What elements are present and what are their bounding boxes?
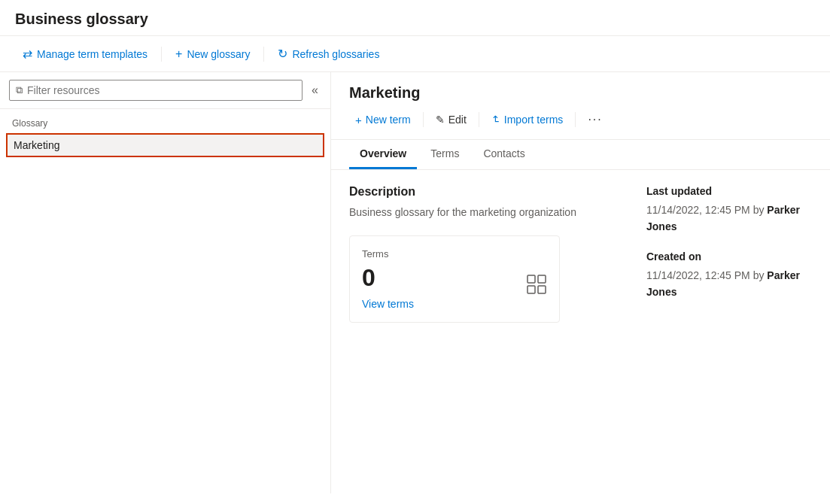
refresh-icon: ↻ — [278, 47, 287, 61]
tab-contacts[interactable]: Contacts — [473, 140, 535, 169]
edit-button[interactable]: ✎ Edit — [430, 110, 473, 129]
svg-rect-3 — [538, 286, 546, 293]
overview-right: Last updated 11/14/2022, 12:45 PM by Par… — [646, 185, 812, 478]
edit-icon: ✎ — [436, 114, 445, 126]
import-terms-button[interactable]: ↵ Import terms — [485, 110, 570, 129]
description-title: Description — [349, 185, 616, 199]
new-term-button[interactable]: + New term — [349, 110, 417, 130]
content-area: Marketing + New term ✎ Edit ↵ Import ter… — [331, 72, 830, 493]
svg-rect-0 — [527, 275, 535, 283]
filter-input[interactable] — [27, 84, 296, 96]
terms-card: Terms 0 View terms — [349, 235, 560, 323]
created-on-label: Created on — [646, 250, 812, 263]
svg-rect-1 — [538, 275, 546, 283]
tab-terms[interactable]: Terms — [420, 140, 470, 169]
page-title: Business glossary — [15, 11, 815, 28]
sidebar: ⧉ « Glossary Marketing — [0, 72, 331, 493]
content-divider-3 — [575, 112, 576, 127]
created-on-value: 11/14/2022, 12:45 PM by Parker Jones — [646, 267, 812, 301]
refresh-label: Refresh glossaries — [292, 48, 379, 60]
last-updated-label: Last updated — [646, 185, 812, 197]
toolbar-divider-2 — [263, 47, 264, 62]
new-glossary-button[interactable]: + New glossary — [168, 43, 257, 65]
terms-card-label: Terms — [362, 248, 547, 260]
main-layout: ⧉ « Glossary Marketing Marketing + New t… — [0, 72, 830, 493]
manage-templates-button[interactable]: ⇄ Manage term templates — [15, 42, 155, 65]
manage-templates-label: Manage term templates — [37, 48, 147, 60]
import-icon: ↵ — [490, 115, 502, 124]
page-header: Business glossary — [0, 0, 830, 36]
content-title: Marketing — [349, 84, 812, 102]
sidebar-section-label: Glossary — [0, 109, 330, 133]
collapse-button[interactable]: « — [309, 80, 321, 100]
overview-left: Description Business glossary for the ma… — [349, 185, 616, 478]
last-updated-value: 11/14/2022, 12:45 PM by Parker Jones — [646, 202, 812, 235]
sidebar-item-label: Marketing — [14, 139, 59, 151]
content-header: Marketing + New term ✎ Edit ↵ Import ter… — [331, 72, 830, 140]
content-divider-2 — [479, 112, 479, 127]
toolbar-divider-1 — [161, 47, 162, 62]
more-icon: ··· — [588, 113, 602, 126]
new-term-icon: + — [355, 114, 362, 126]
content-divider-1 — [423, 112, 424, 127]
filter-input-container[interactable]: ⧉ — [9, 80, 303, 101]
grid-icon — [526, 274, 547, 300]
new-term-label: New term — [366, 114, 411, 126]
new-glossary-label: New glossary — [187, 48, 250, 60]
manage-icon: ⇄ — [23, 47, 32, 61]
main-toolbar: ⇄ Manage term templates + New glossary ↻… — [0, 36, 830, 72]
terms-card-count: 0 — [362, 264, 547, 292]
tab-bar: Overview Terms Contacts — [331, 140, 830, 170]
more-button[interactable]: ··· — [582, 109, 608, 130]
filter-icon: ⧉ — [16, 84, 23, 96]
svg-rect-2 — [527, 286, 535, 293]
created-on-date: 11/14/2022, 12:45 PM by — [646, 269, 767, 281]
filter-bar: ⧉ « — [0, 72, 330, 109]
created-on-section: Created on 11/14/2022, 12:45 PM by Parke… — [646, 250, 812, 301]
last-updated-date: 11/14/2022, 12:45 PM by — [646, 204, 767, 216]
edit-label: Edit — [448, 114, 467, 126]
import-label: Import terms — [504, 114, 564, 126]
refresh-button[interactable]: ↻ Refresh glossaries — [270, 42, 387, 65]
description-text: Business glossary for the marketing orga… — [349, 205, 616, 220]
view-terms-link[interactable]: View terms — [362, 298, 547, 310]
content-body: Description Business glossary for the ma… — [331, 170, 830, 493]
sidebar-item-marketing[interactable]: Marketing — [6, 133, 324, 157]
last-updated-section: Last updated 11/14/2022, 12:45 PM by Par… — [646, 185, 812, 235]
content-toolbar: + New term ✎ Edit ↵ Import terms ··· — [349, 109, 812, 130]
tab-overview[interactable]: Overview — [349, 140, 417, 169]
plus-icon: + — [175, 47, 182, 61]
